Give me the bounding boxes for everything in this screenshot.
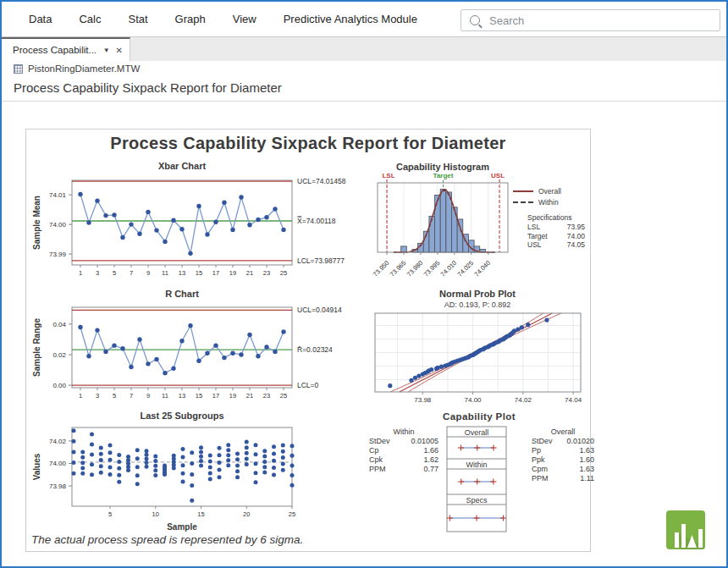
report-canvas[interactable]: Process Capability Sixpack Report for Di…	[25, 129, 591, 552]
stat-row: Cpm1.63	[532, 465, 594, 474]
stats-title: Overall	[532, 427, 594, 436]
svg-text:R Chart: R Chart	[165, 289, 199, 299]
chevron-down-icon[interactable]: ▼	[103, 47, 110, 54]
stat-value: 0.01005	[411, 437, 438, 446]
minitab-logo[interactable]	[666, 510, 705, 549]
svg-text:3: 3	[96, 269, 99, 277]
svg-text:15: 15	[196, 269, 202, 277]
spec-label: Target	[527, 232, 548, 241]
svg-text:74.01: 74.01	[49, 191, 67, 199]
svg-text:Sample: Sample	[167, 522, 197, 532]
stat-row: Pp1.63	[532, 446, 594, 455]
svg-text:9: 9	[146, 392, 150, 400]
legend-item-overall: Overall	[513, 185, 589, 196]
legend-label: Within	[538, 198, 559, 207]
svg-text:5: 5	[113, 392, 116, 400]
svg-text:9: 9	[146, 269, 150, 277]
menu-item-calc[interactable]: Calc	[65, 13, 114, 25]
svg-text:LSL: LSL	[382, 172, 394, 179]
page-title: Process Capability Sixpack Report for Di…	[14, 80, 282, 95]
svg-text:Capability Histogram: Capability Histogram	[396, 162, 489, 172]
capability-within-stats: WithinStDev0.01005Cp1.66Cpk1.62PPM0.77	[369, 427, 438, 474]
search-icon	[470, 15, 480, 25]
spec-value: 74.00	[567, 232, 585, 241]
stat-label: PPM	[369, 465, 386, 474]
svg-text:Specs: Specs	[466, 496, 488, 505]
menu-item-stat[interactable]: Stat	[114, 13, 161, 25]
search-input[interactable]	[488, 14, 720, 28]
menu-item-predictive-analytics-module[interactable]: Predictive Analytics Module	[270, 13, 431, 25]
tab-strip: Process Capabilit... ▼ ✕	[2, 37, 726, 61]
spec-label: LSL	[527, 223, 540, 232]
app-window: DataCalcStatGraphViewPredictive Analytic…	[0, 0, 728, 568]
svg-text:5: 5	[108, 510, 112, 518]
menu-item-view[interactable]: View	[219, 13, 270, 25]
tab-process-capability[interactable]: Process Capabilit... ▼ ✕	[2, 37, 130, 61]
svg-text:5: 5	[113, 269, 116, 277]
close-icon[interactable]: ✕	[116, 46, 123, 55]
svg-text:73.98: 73.98	[414, 396, 432, 404]
svg-text:21: 21	[246, 269, 253, 277]
svg-text:19: 19	[229, 269, 236, 277]
svg-text:17: 17	[212, 269, 219, 277]
svg-text:21: 21	[246, 392, 253, 400]
menu-item-data[interactable]: Data	[15, 13, 65, 25]
svg-text:74.02: 74.02	[49, 438, 67, 445]
stat-row: StDev0.01020	[532, 437, 594, 446]
svg-text:11: 11	[162, 269, 168, 277]
svg-text:11: 11	[162, 392, 168, 400]
stat-label: Ppk	[532, 455, 545, 465]
stat-label: Pp	[532, 446, 541, 455]
svg-text:1: 1	[79, 269, 82, 277]
svg-text:Overall: Overall	[465, 428, 489, 437]
worksheet-row[interactable]: PistonRingDiameter.MTW	[14, 63, 140, 74]
svg-text:73.965: 73.965	[389, 259, 408, 278]
svg-text:Xbar Chart: Xbar Chart	[158, 161, 207, 171]
svg-text:Values: Values	[32, 453, 41, 480]
menu-bar: DataCalcStatGraphViewPredictive Analytic…	[2, 2, 726, 37]
capability-intervals: OverallWithinSpecs	[441, 422, 512, 536]
tab-label: Process Capabilit...	[13, 45, 100, 55]
svg-text:0.00: 0.00	[52, 382, 66, 389]
stat-value: 0.01020	[566, 437, 594, 446]
legend-item-within: Within	[513, 196, 589, 207]
stat-label: StDev	[369, 437, 390, 446]
svg-text:74.010: 74.010	[439, 259, 459, 278]
svg-text:74.040: 74.040	[473, 259, 493, 278]
svg-text:Within: Within	[466, 460, 487, 469]
stat-row: Cpk1.62	[369, 455, 438, 465]
svg-text:25: 25	[280, 269, 287, 277]
spec-row: USL74.05	[527, 240, 585, 250]
svg-text:0.02: 0.02	[52, 351, 66, 359]
svg-text:AD: 0.193, P: 0.892: AD: 0.193, P: 0.892	[444, 301, 511, 309]
svg-text:0.04: 0.04	[52, 321, 66, 328]
svg-text:7: 7	[130, 269, 133, 277]
svg-text:UCL=74.01458: UCL=74.01458	[297, 177, 346, 185]
search-box[interactable]	[461, 9, 720, 31]
stat-value: 1.63	[579, 465, 594, 474]
svg-text:74.00: 74.00	[465, 396, 483, 404]
svg-text:73.98: 73.98	[49, 483, 67, 490]
stat-label: Cpk	[369, 455, 383, 465]
svg-text:73.950: 73.950	[372, 259, 391, 278]
stat-value: 1.62	[423, 455, 438, 465]
normal-prob-plot: Normal Prob PlotAD: 0.193, P: 0.89273.98…	[367, 287, 592, 407]
report-title: Process Capability Sixpack Report for Di…	[26, 134, 590, 153]
svg-text:19: 19	[229, 392, 236, 400]
menu-item-graph[interactable]: Graph	[162, 13, 219, 25]
xbar-chart: Xbar ChartSample Mean73.9974.0074.011357…	[28, 152, 367, 282]
svg-text:74.00: 74.00	[49, 460, 67, 467]
stat-value: 1.66	[423, 446, 438, 455]
stat-label: Cpm	[532, 465, 548, 474]
divider	[2, 101, 726, 102]
report-footnote: The actual process spread is represented…	[31, 533, 303, 546]
svg-text:R̄=0.02324: R̄=0.02324	[297, 345, 333, 354]
svg-text:74.00: 74.00	[49, 221, 67, 229]
svg-text:73.980: 73.980	[405, 259, 425, 278]
svg-text:Normal Prob Plot: Normal Prob Plot	[439, 289, 516, 299]
svg-text:Sample Range: Sample Range	[32, 318, 41, 377]
stat-value: 0.77	[423, 465, 438, 474]
histogram-legend: OverallWithin	[513, 185, 589, 207]
svg-text:LCL=0: LCL=0	[297, 381, 319, 389]
stat-label: Cp	[369, 446, 379, 455]
